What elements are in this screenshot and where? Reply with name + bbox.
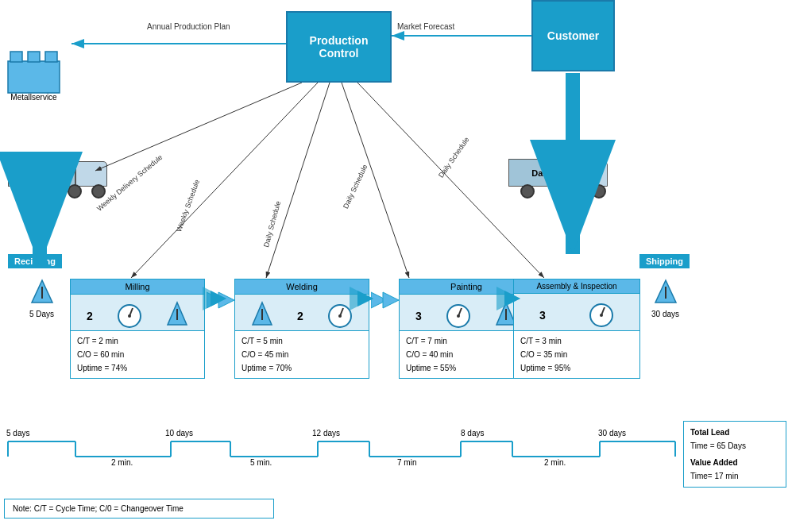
welding-process: Welding 2: [234, 279, 369, 337]
timeline-days-5: 30 days: [598, 429, 626, 438]
svg-rect-36: [8, 61, 60, 93]
total-lead-value: Time = 65 Days: [690, 439, 779, 453]
customer-label: Customer: [547, 29, 599, 42]
shipping-days: 30 days: [651, 310, 679, 318]
daily-truck: Daily: [508, 155, 620, 195]
weekly-schedule-label: Weekly Schedule: [175, 179, 201, 233]
metallservice-label: Metallservice: [4, 93, 64, 102]
welding-operators: 2: [297, 310, 303, 322]
timeline-days-4: 8 days: [461, 429, 484, 438]
receiving-triangle: 5 Days: [29, 279, 54, 318]
summary-box: Total Lead Time = 65 Days Value Added Ti…: [683, 421, 786, 488]
painting-operators: 3: [415, 310, 422, 322]
svg-point-55: [338, 314, 342, 318]
milling-header: Milling: [70, 279, 205, 294]
daily-label: Daily: [531, 168, 552, 178]
push-arrow-1: [207, 288, 234, 314]
note-box: Note: C/T = Cycle Time; C/0 = Changeover…: [4, 499, 274, 519]
production-control-box: ProductionControl: [286, 11, 392, 83]
annual-plan-label: Annual Production Plan: [147, 22, 230, 31]
milling-info: C/T = 2 min C/O = 60 min Uptime = 74%: [70, 330, 205, 379]
weekly-truck: Weekly: [8, 155, 119, 195]
svg-marker-57: [383, 292, 399, 308]
welding-info: C/T = 5 min C/O = 45 min Uptime = 70%: [234, 330, 369, 379]
svg-line-16: [95, 83, 302, 171]
market-forecast-label: Market Forecast: [397, 22, 454, 31]
svg-rect-39: [45, 52, 57, 62]
receiving-label: Recieving: [8, 254, 62, 268]
production-control-label: ProductionControl: [310, 34, 369, 60]
assembly-info: C/T = 3 min C/O = 35 min Uptime = 95%: [513, 330, 640, 379]
push-arrow-2: [371, 288, 399, 314]
assembly-process: Assembly & Inspection 3: [513, 279, 640, 337]
assembly-operators: 3: [539, 309, 546, 322]
svg-line-13: [266, 83, 330, 278]
weekly-label: Weekly: [27, 168, 57, 178]
svg-point-67: [600, 314, 603, 317]
timeline-days-2: 10 days: [165, 429, 193, 438]
svg-marker-50: [218, 292, 234, 308]
svg-rect-38: [28, 52, 40, 62]
customer-box: Customer: [531, 0, 615, 71]
svg-line-14: [342, 83, 409, 278]
timeline-time-3: 7 min: [397, 458, 416, 467]
daily-schedule-label-3: Daily Schedule: [437, 136, 471, 179]
daily-schedule-label-1: Daily Schedule: [262, 200, 282, 249]
timeline-time-2: 5 min.: [250, 458, 272, 467]
timeline-days-3: 12 days: [312, 429, 340, 438]
svg-line-12: [131, 83, 318, 278]
total-lead-label: Total Lead: [690, 426, 779, 439]
timeline-time-1: 2 min.: [111, 458, 133, 467]
timeline-days-1: 5 days: [6, 429, 29, 438]
svg-rect-37: [10, 52, 22, 62]
assembly-header: Assembly & Inspection: [513, 279, 640, 293]
metallservice-factory: Metallservice: [4, 44, 64, 95]
value-added-value: Time= 17 min: [690, 469, 779, 483]
timeline-time-4: 2 min.: [544, 458, 566, 467]
svg-point-46: [128, 314, 131, 318]
receiving-days: 5 Days: [29, 310, 54, 318]
value-added-label: Value Added: [690, 456, 779, 469]
svg-point-60: [457, 314, 460, 318]
shipping-triangle: 30 days: [651, 279, 679, 318]
shipping-label: Shipping: [639, 254, 690, 268]
daily-schedule-label-2: Daily Schedule: [342, 164, 369, 210]
milling-operators: 2: [87, 310, 93, 322]
milling-process: Milling 2: [70, 279, 205, 337]
welding-header: Welding: [234, 279, 369, 294]
